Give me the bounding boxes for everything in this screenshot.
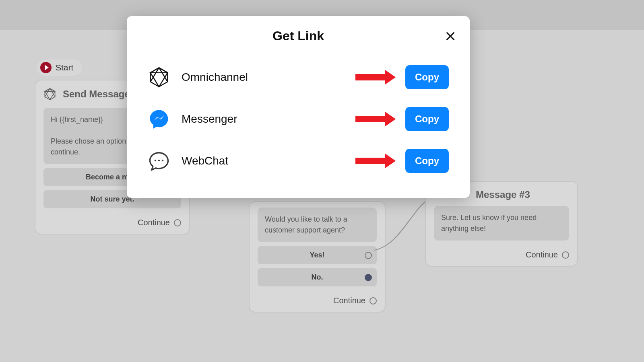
get-link-modal: Get Link Omnichannel Copy: [127, 16, 470, 198]
modal-overlay: Get Link Omnichannel Copy: [0, 0, 644, 362]
link-row-webchat: WebChat Copy: [127, 140, 470, 182]
arrow-annotation-icon: [355, 70, 396, 84]
polyhedron-icon: [148, 66, 170, 88]
svg-point-4: [155, 160, 157, 162]
link-row-messenger: Messenger Copy: [127, 98, 470, 140]
modal-title: Get Link: [272, 29, 324, 43]
svg-point-5: [158, 160, 160, 162]
arrow-annotation-icon: [355, 112, 396, 126]
close-button[interactable]: [444, 30, 457, 43]
arrow-annotation-icon: [355, 154, 396, 168]
close-icon: [445, 31, 456, 42]
chat-bubble-icon: [148, 150, 170, 172]
messenger-icon: [148, 108, 170, 130]
row-label: Messenger: [182, 113, 237, 125]
copy-button[interactable]: Copy: [405, 149, 449, 173]
copy-button[interactable]: Copy: [405, 107, 449, 131]
svg-point-6: [162, 160, 164, 162]
row-label: WebChat: [182, 154, 228, 167]
row-label: Omnichannel: [182, 71, 248, 84]
link-row-omnichannel: Omnichannel Copy: [127, 56, 470, 98]
copy-button[interactable]: Copy: [405, 65, 449, 89]
